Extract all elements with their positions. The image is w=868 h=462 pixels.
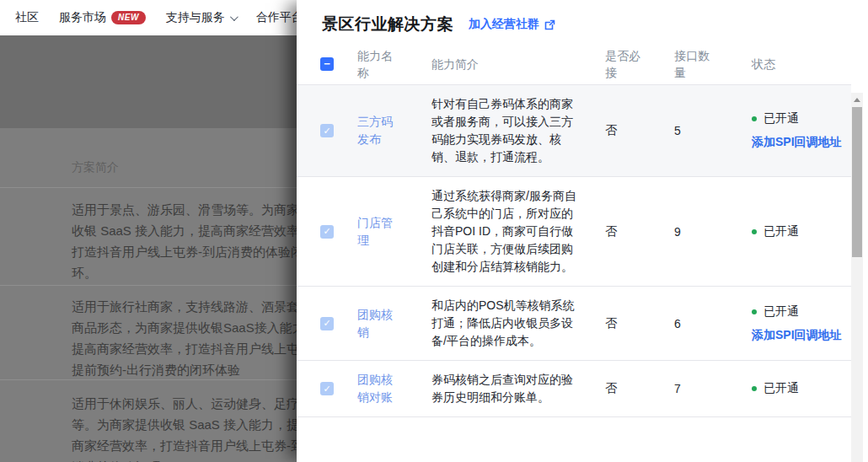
status-badge: 已开通 xyxy=(752,381,851,396)
status-label: 已开通 xyxy=(764,224,799,239)
row-checkbox[interactable]: ✓ xyxy=(320,317,334,330)
capability-link[interactable]: 门店管理 xyxy=(357,214,403,250)
nav-item-support[interactable]: 支持与服务 xyxy=(166,10,236,25)
capability-link[interactable]: 三方码发布 xyxy=(357,113,403,148)
check-icon: ✓ xyxy=(323,319,330,328)
check-icon: ✓ xyxy=(323,126,330,136)
scroll-up-icon[interactable] xyxy=(854,98,860,102)
capability-desc: 和店内的POS机等核销系统打通；降低店内收银员多设备/平台的操作成本。 xyxy=(401,287,580,360)
required-value: 否 xyxy=(580,316,649,331)
capability-link[interactable]: 团购核销对账 xyxy=(357,371,403,406)
new-badge: NEW xyxy=(111,11,146,24)
status-badge: 已开通 xyxy=(752,224,851,239)
plan-intro-text: 适用于休闲娱乐、丽人、运动健身、足疗按摩等。为商家提供收银 SaaS 接入能力，… xyxy=(72,393,324,462)
status-dot-icon xyxy=(752,309,757,314)
header-status: 状态 xyxy=(752,57,775,71)
status-label: 已开通 xyxy=(764,304,799,320)
header-desc: 能力简介 xyxy=(431,57,479,71)
add-spi-callback-link[interactable]: 添加SPI回调地址 xyxy=(752,135,851,150)
capability-desc: 券码核销之后查询对应的验券历史明细和分账单。 xyxy=(401,361,580,416)
join-community-label: 加入经营社群 xyxy=(469,17,539,32)
table-row: ✓ 团购核销 和店内的POS机等核销系统打通；降低店内收银员多设备/平台的操作成… xyxy=(297,287,851,361)
nav-label: 支持与服务 xyxy=(166,10,225,25)
required-value: 否 xyxy=(580,224,649,239)
check-icon: ✓ xyxy=(323,384,330,394)
required-value: 否 xyxy=(580,123,649,138)
select-all-checkbox[interactable]: − xyxy=(320,57,334,71)
required-value: 否 xyxy=(580,381,649,396)
vertical-scrollbar[interactable] xyxy=(851,93,863,462)
capability-link[interactable]: 团购核销 xyxy=(357,306,403,341)
table-row: ✓ 三方码发布 针对有自己券码体系的商家或者服务商，可以接入三方码能力实现券码发… xyxy=(297,85,851,177)
api-count-value: 5 xyxy=(649,124,718,137)
nav-label: 服务市场 xyxy=(59,10,106,25)
status-dot-icon xyxy=(752,229,757,234)
api-count-value: 6 xyxy=(649,317,718,330)
api-count-value: 9 xyxy=(649,225,718,239)
drawer-title: 景区行业解决方案 xyxy=(322,13,453,35)
scrollbar-thumb[interactable] xyxy=(852,107,862,257)
status-dot-icon xyxy=(752,386,757,391)
row-checkbox[interactable]: ✓ xyxy=(320,382,334,395)
nav-label: 社区 xyxy=(15,10,39,25)
column-header-plan-intro: 方案简介 xyxy=(72,160,119,175)
api-count-value: 7 xyxy=(649,382,718,395)
capability-table: − 能力名称 能力简介 是否必接 接口数量 状态 ✓ 三方码发布 针对有自己券码… xyxy=(297,43,851,417)
nav-item-community[interactable]: 社区 xyxy=(15,10,39,25)
solution-drawer: 景区行业解决方案 加入经营社群 − 能力名称 能力简介 是否必接 接口数量 状态 xyxy=(297,0,868,462)
row-checkbox[interactable]: ✓ xyxy=(320,225,334,239)
add-spi-callback-link[interactable]: 添加SPI回调地址 xyxy=(752,328,851,343)
status-dot-icon xyxy=(752,116,757,121)
external-link-icon xyxy=(544,19,555,30)
status-badge: 已开通 xyxy=(752,111,851,126)
table-header-row: − 能力名称 能力简介 是否必接 接口数量 状态 xyxy=(297,43,851,85)
capability-desc: 针对有自己券码体系的商家或者服务商，可以接入三方码能力实现券码发放、核销、退款，… xyxy=(401,85,580,176)
header-required: 是否必接 xyxy=(605,47,651,81)
status-label: 已开通 xyxy=(764,381,799,396)
table-row: ✓ 门店管理 通过系统获得商家/服务商自己系统中的门店，所对应的抖音POI ID… xyxy=(297,177,851,287)
status-badge: 已开通 xyxy=(752,304,851,320)
header-name: 能力名称 xyxy=(357,47,403,81)
header-api-count: 接口数量 xyxy=(674,47,720,81)
indeterminate-icon: − xyxy=(324,58,330,69)
join-community-link[interactable]: 加入经营社群 xyxy=(469,17,555,32)
plan-intro-text: 适用于景点、游乐园、滑雪场等。为商家提供收银 SaaS 接入能力，提高商家经营效… xyxy=(72,199,324,283)
status-label: 已开通 xyxy=(764,111,799,126)
capability-desc: 通过系统获得商家/服务商自己系统中的门店，所对应的抖音POI ID，商家可自行做… xyxy=(401,177,580,286)
row-checkbox[interactable]: ✓ xyxy=(320,124,334,137)
plan-intro-text: 适用于旅行社商家，支持线路游、酒景套餐等商品形态，为商家提供收银SaaS接入能力… xyxy=(72,296,324,380)
drawer-header: 景区行业解决方案 加入经营社群 xyxy=(297,0,868,35)
chevron-down-icon xyxy=(230,13,238,21)
check-icon: ✓ xyxy=(323,227,330,236)
nav-item-service-market[interactable]: 服务市场 NEW xyxy=(59,10,146,25)
table-row: ✓ 团购核销对账 券码核销之后查询对应的验券历史明细和分账单。 否 7 已开通 xyxy=(297,361,851,417)
